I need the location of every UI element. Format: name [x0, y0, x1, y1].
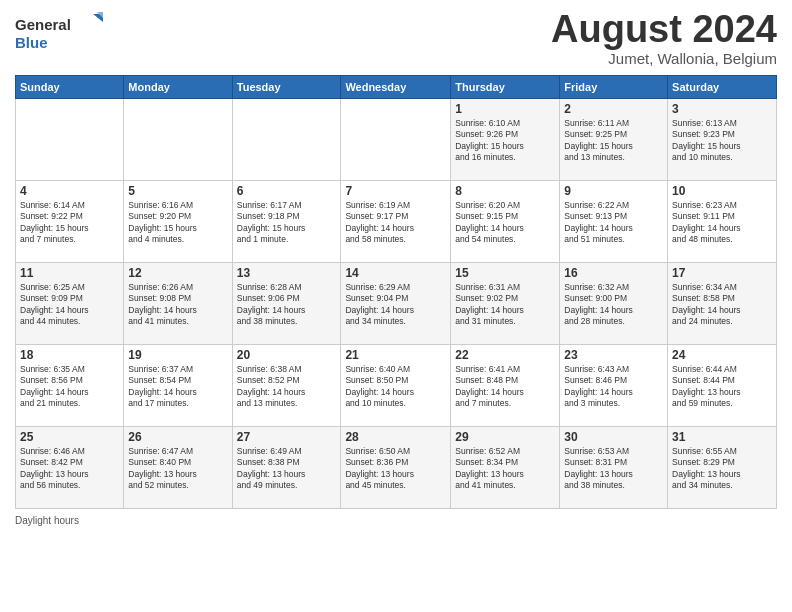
calendar-cell: 8Sunrise: 6:20 AMSunset: 9:15 PMDaylight… [451, 181, 560, 263]
calendar-cell: 20Sunrise: 6:38 AMSunset: 8:52 PMDayligh… [232, 345, 341, 427]
day-info: Sunrise: 6:25 AMSunset: 9:09 PMDaylight:… [20, 282, 119, 328]
day-info: Sunrise: 6:26 AMSunset: 9:08 PMDaylight:… [128, 282, 227, 328]
header: General Blue August 2024 Jumet, Wallonia… [15, 10, 777, 67]
day-number: 14 [345, 266, 446, 280]
day-number: 25 [20, 430, 119, 444]
week-row-5: 25Sunrise: 6:46 AMSunset: 8:42 PMDayligh… [16, 427, 777, 509]
calendar-cell: 13Sunrise: 6:28 AMSunset: 9:06 PMDayligh… [232, 263, 341, 345]
day-number: 27 [237, 430, 337, 444]
logo: General Blue [15, 10, 105, 52]
col-friday: Friday [560, 76, 668, 99]
day-info: Sunrise: 6:28 AMSunset: 9:06 PMDaylight:… [237, 282, 337, 328]
header-row: Sunday Monday Tuesday Wednesday Thursday… [16, 76, 777, 99]
day-info: Sunrise: 6:49 AMSunset: 8:38 PMDaylight:… [237, 446, 337, 492]
page: General Blue August 2024 Jumet, Wallonia… [0, 0, 792, 612]
day-number: 10 [672, 184, 772, 198]
col-wednesday: Wednesday [341, 76, 451, 99]
calendar-cell [124, 99, 232, 181]
calendar-cell: 4Sunrise: 6:14 AMSunset: 9:22 PMDaylight… [16, 181, 124, 263]
week-row-1: 1Sunrise: 6:10 AMSunset: 9:26 PMDaylight… [16, 99, 777, 181]
day-number: 11 [20, 266, 119, 280]
day-info: Sunrise: 6:29 AMSunset: 9:04 PMDaylight:… [345, 282, 446, 328]
calendar-cell [16, 99, 124, 181]
day-info: Sunrise: 6:13 AMSunset: 9:23 PMDaylight:… [672, 118, 772, 164]
calendar-cell: 17Sunrise: 6:34 AMSunset: 8:58 PMDayligh… [668, 263, 777, 345]
calendar-cell: 7Sunrise: 6:19 AMSunset: 9:17 PMDaylight… [341, 181, 451, 263]
footer: Daylight hours [15, 515, 777, 526]
day-info: Sunrise: 6:43 AMSunset: 8:46 PMDaylight:… [564, 364, 663, 410]
day-info: Sunrise: 6:46 AMSunset: 8:42 PMDaylight:… [20, 446, 119, 492]
calendar-cell: 16Sunrise: 6:32 AMSunset: 9:00 PMDayligh… [560, 263, 668, 345]
day-number: 21 [345, 348, 446, 362]
calendar-cell: 25Sunrise: 6:46 AMSunset: 8:42 PMDayligh… [16, 427, 124, 509]
calendar-cell: 9Sunrise: 6:22 AMSunset: 9:13 PMDaylight… [560, 181, 668, 263]
title-section: August 2024 Jumet, Wallonia, Belgium [551, 10, 777, 67]
calendar-cell: 3Sunrise: 6:13 AMSunset: 9:23 PMDaylight… [668, 99, 777, 181]
day-number: 9 [564, 184, 663, 198]
day-info: Sunrise: 6:32 AMSunset: 9:00 PMDaylight:… [564, 282, 663, 328]
day-info: Sunrise: 6:50 AMSunset: 8:36 PMDaylight:… [345, 446, 446, 492]
week-row-4: 18Sunrise: 6:35 AMSunset: 8:56 PMDayligh… [16, 345, 777, 427]
day-info: Sunrise: 6:10 AMSunset: 9:26 PMDaylight:… [455, 118, 555, 164]
calendar-cell [341, 99, 451, 181]
day-info: Sunrise: 6:35 AMSunset: 8:56 PMDaylight:… [20, 364, 119, 410]
calendar-table: Sunday Monday Tuesday Wednesday Thursday… [15, 75, 777, 509]
day-number: 20 [237, 348, 337, 362]
day-number: 23 [564, 348, 663, 362]
calendar-cell: 15Sunrise: 6:31 AMSunset: 9:02 PMDayligh… [451, 263, 560, 345]
calendar-cell: 26Sunrise: 6:47 AMSunset: 8:40 PMDayligh… [124, 427, 232, 509]
day-info: Sunrise: 6:31 AMSunset: 9:02 PMDaylight:… [455, 282, 555, 328]
day-info: Sunrise: 6:55 AMSunset: 8:29 PMDaylight:… [672, 446, 772, 492]
day-number: 13 [237, 266, 337, 280]
day-info: Sunrise: 6:23 AMSunset: 9:11 PMDaylight:… [672, 200, 772, 246]
day-number: 6 [237, 184, 337, 198]
day-number: 8 [455, 184, 555, 198]
day-number: 1 [455, 102, 555, 116]
calendar-cell: 5Sunrise: 6:16 AMSunset: 9:20 PMDaylight… [124, 181, 232, 263]
day-number: 28 [345, 430, 446, 444]
day-number: 3 [672, 102, 772, 116]
day-number: 29 [455, 430, 555, 444]
calendar-cell: 19Sunrise: 6:37 AMSunset: 8:54 PMDayligh… [124, 345, 232, 427]
day-info: Sunrise: 6:53 AMSunset: 8:31 PMDaylight:… [564, 446, 663, 492]
calendar-cell: 31Sunrise: 6:55 AMSunset: 8:29 PMDayligh… [668, 427, 777, 509]
day-number: 22 [455, 348, 555, 362]
col-saturday: Saturday [668, 76, 777, 99]
week-row-3: 11Sunrise: 6:25 AMSunset: 9:09 PMDayligh… [16, 263, 777, 345]
calendar-cell: 10Sunrise: 6:23 AMSunset: 9:11 PMDayligh… [668, 181, 777, 263]
logo-svg: General Blue [15, 10, 105, 52]
day-info: Sunrise: 6:11 AMSunset: 9:25 PMDaylight:… [564, 118, 663, 164]
calendar-cell: 14Sunrise: 6:29 AMSunset: 9:04 PMDayligh… [341, 263, 451, 345]
calendar-cell: 30Sunrise: 6:53 AMSunset: 8:31 PMDayligh… [560, 427, 668, 509]
col-tuesday: Tuesday [232, 76, 341, 99]
calendar-cell: 6Sunrise: 6:17 AMSunset: 9:18 PMDaylight… [232, 181, 341, 263]
day-number: 24 [672, 348, 772, 362]
calendar-cell [232, 99, 341, 181]
day-info: Sunrise: 6:17 AMSunset: 9:18 PMDaylight:… [237, 200, 337, 246]
svg-text:Blue: Blue [15, 34, 48, 51]
calendar-header: Sunday Monday Tuesday Wednesday Thursday… [16, 76, 777, 99]
day-number: 30 [564, 430, 663, 444]
day-info: Sunrise: 6:19 AMSunset: 9:17 PMDaylight:… [345, 200, 446, 246]
day-info: Sunrise: 6:16 AMSunset: 9:20 PMDaylight:… [128, 200, 227, 246]
day-info: Sunrise: 6:41 AMSunset: 8:48 PMDaylight:… [455, 364, 555, 410]
calendar-cell: 22Sunrise: 6:41 AMSunset: 8:48 PMDayligh… [451, 345, 560, 427]
day-number: 19 [128, 348, 227, 362]
day-number: 18 [20, 348, 119, 362]
day-number: 7 [345, 184, 446, 198]
calendar-cell: 11Sunrise: 6:25 AMSunset: 9:09 PMDayligh… [16, 263, 124, 345]
day-info: Sunrise: 6:38 AMSunset: 8:52 PMDaylight:… [237, 364, 337, 410]
day-number: 4 [20, 184, 119, 198]
day-number: 15 [455, 266, 555, 280]
calendar-body: 1Sunrise: 6:10 AMSunset: 9:26 PMDaylight… [16, 99, 777, 509]
calendar-cell: 18Sunrise: 6:35 AMSunset: 8:56 PMDayligh… [16, 345, 124, 427]
daylight-label: Daylight hours [15, 515, 79, 526]
day-info: Sunrise: 6:40 AMSunset: 8:50 PMDaylight:… [345, 364, 446, 410]
calendar-cell: 1Sunrise: 6:10 AMSunset: 9:26 PMDaylight… [451, 99, 560, 181]
calendar-cell: 2Sunrise: 6:11 AMSunset: 9:25 PMDaylight… [560, 99, 668, 181]
day-info: Sunrise: 6:47 AMSunset: 8:40 PMDaylight:… [128, 446, 227, 492]
col-sunday: Sunday [16, 76, 124, 99]
col-monday: Monday [124, 76, 232, 99]
day-info: Sunrise: 6:44 AMSunset: 8:44 PMDaylight:… [672, 364, 772, 410]
day-info: Sunrise: 6:52 AMSunset: 8:34 PMDaylight:… [455, 446, 555, 492]
